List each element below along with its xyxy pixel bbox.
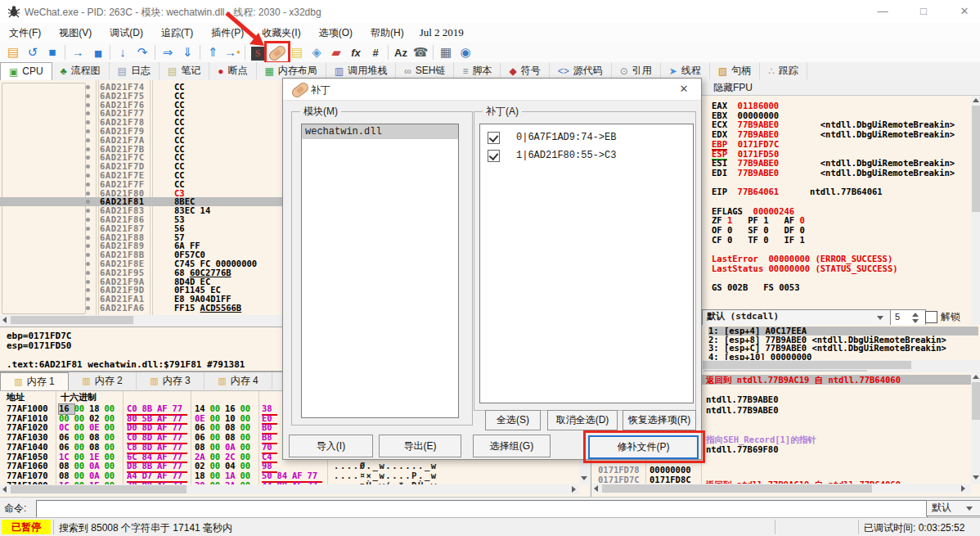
dump-byte[interactable]: 1A — [225, 471, 241, 481]
dump-byte[interactable]: 00 — [105, 471, 120, 481]
dump-byte[interactable]: 84 — [277, 471, 293, 481]
breakpoint-dot-icon[interactable] — [86, 120, 90, 124]
breakpoint-dot-icon[interactable] — [86, 262, 90, 266]
run-icon[interactable]: → — [68, 44, 88, 61]
dump-byte[interactable]: 00 — [241, 443, 256, 453]
select-all-button[interactable]: 全选(S) — [485, 410, 541, 430]
tab-笔记[interactable]: ▤笔记 — [160, 62, 209, 79]
tab-断点[interactable]: ●断点 — [209, 62, 256, 79]
dump-byte[interactable]: 00 — [74, 471, 90, 481]
dump-byte[interactable]: 38 — [262, 404, 277, 414]
breakpoint-dot-icon[interactable] — [86, 191, 90, 196]
menu-item[interactable]: 文件(F) — [0, 23, 50, 43]
dump-byte[interactable]: 14 — [195, 404, 210, 414]
dump-byte[interactable]: 00 — [241, 471, 256, 481]
memory-tab[interactable]: ▥内存 4 — [205, 372, 272, 390]
patch-checkbox[interactable] — [488, 132, 500, 144]
tab-源代码[interactable]: <>源代码 — [550, 62, 612, 79]
breakpoint-dot-icon[interactable] — [86, 200, 90, 204]
function-icon[interactable]: fx — [346, 44, 366, 61]
argument-row[interactable]: 4: [esp+10] 00000000 — [708, 353, 978, 360]
menu-item[interactable]: 调试(D) — [101, 23, 152, 43]
dump-byte[interactable]: 00 — [105, 404, 120, 414]
breakpoint-dot-icon[interactable] — [86, 111, 90, 115]
breakpoint-dot-icon[interactable] — [86, 94, 90, 98]
bookmarks-icon[interactable]: ▰ — [326, 44, 346, 61]
dump-byte[interactable]: 8B — [142, 404, 158, 414]
maximize-button[interactable]: □ — [910, 3, 937, 20]
patch-dialog-titlebar[interactable]: 补丁 ✕ — [283, 79, 701, 101]
register-line[interactable]: EDI 77B9ABE0 <ntdll.DbgUiRemoteBreakin> — [712, 169, 970, 178]
arguments-pane[interactable]: 1: [esp+4] A0C17EEA2: [esp+8] 77B9ABE0 <… — [701, 325, 980, 360]
dump-row[interactable]: 77AF107008000A00A4D7AF7718001A005084AF77… — [0, 471, 589, 481]
step-over-icon[interactable]: ↷ — [133, 44, 152, 61]
register-line[interactable]: GS 002B FS 0053 — [712, 283, 970, 293]
breakpoint-dot-icon[interactable] — [86, 244, 90, 248]
select-group-button[interactable]: 选择组(G) — [473, 435, 551, 457]
dump-hscrollbar[interactable] — [0, 484, 579, 494]
menu-item[interactable]: 帮助(H) — [362, 23, 413, 43]
dump-byte[interactable]: 00 — [210, 404, 226, 414]
register-line[interactable]: CF 0 TF 0 IF 1 — [712, 236, 970, 245]
breakpoint-dot-icon[interactable] — [86, 85, 90, 89]
modules-list[interactable]: wechatwin.dll — [301, 124, 459, 418]
dump-byte[interactable]: 77 — [173, 471, 188, 481]
tab-句柄[interactable]: ▧句柄 — [710, 62, 760, 79]
dump-byte[interactable]: 08 — [195, 443, 210, 453]
breakpoint-dot-icon[interactable] — [86, 155, 90, 160]
dump-byte[interactable]: 77 — [308, 471, 323, 481]
step-out-icon[interactable]: ⇓ — [178, 44, 197, 61]
dump-byte[interactable]: 08 — [59, 471, 74, 481]
dump-byte[interactable]: 77 — [173, 404, 188, 414]
open-file-icon[interactable]: ▤ — [3, 44, 23, 61]
dump-byte[interactable]: A4 — [127, 471, 142, 481]
tab-脚本[interactable]: ≡脚本 — [454, 62, 501, 79]
deselect-all-button[interactable]: 取消全选(D) — [547, 410, 618, 430]
dump-byte[interactable]: C0 — [127, 404, 142, 414]
breakpoint-dot-icon[interactable] — [86, 138, 90, 142]
stop-icon[interactable]: ■ — [43, 44, 62, 61]
dump-byte[interactable]: 06 — [59, 443, 74, 453]
tab-日志[interactable]: ▤日志 — [110, 62, 160, 79]
patch-checkbox[interactable] — [488, 150, 500, 162]
dump-byte[interactable]: AF — [157, 443, 173, 453]
dump-byte[interactable]: 16 — [225, 404, 241, 414]
breakpoint-dot-icon[interactable] — [86, 182, 90, 187]
breakpoint-dot-icon[interactable] — [86, 218, 90, 222]
stack-hscrollbar[interactable] — [591, 484, 971, 493]
phone-icon[interactable]: ☎ — [411, 44, 430, 61]
breakpoint-dot-icon[interactable] — [86, 271, 90, 275]
step-into-icon[interactable]: ↓ — [113, 44, 133, 61]
patch-list-item[interactable]: 1|6AD21F80:55->C3 — [480, 147, 693, 164]
breakpoint-dot-icon[interactable] — [86, 306, 90, 310]
export-button[interactable]: 导出(E) — [379, 435, 461, 457]
dump-byte[interactable]: 00 — [74, 443, 90, 453]
patch-list-item[interactable]: 0|6A7F1AD9:74->EB — [480, 129, 693, 146]
dump-byte[interactable]: 08 — [89, 443, 105, 453]
dump-byte[interactable]: 00 — [105, 443, 120, 453]
breakpoint-dot-icon[interactable] — [86, 288, 90, 292]
globe-icon[interactable]: ◉ — [456, 44, 475, 61]
tab-流程图[interactable]: ♣流程图 — [52, 62, 110, 79]
close-icon[interactable]: ✕ — [676, 83, 692, 96]
dump-byte[interactable]: 00 — [241, 404, 256, 414]
breakpoint-dot-icon[interactable] — [86, 147, 90, 151]
dump-byte[interactable]: 0A — [225, 443, 241, 453]
tab-跟踪[interactable]: ∴跟踪 — [760, 62, 807, 79]
close-button[interactable]: ✕ — [951, 3, 978, 20]
hide-fpu-button[interactable]: 隐藏FPU — [702, 80, 980, 96]
breakpoint-dot-icon[interactable] — [86, 209, 90, 213]
memory-tab[interactable]: ▥内存 3 — [137, 372, 205, 390]
memory-tab[interactable]: ▥内存 2 — [69, 372, 137, 390]
dump-byte[interactable]: 70 — [262, 443, 277, 453]
dump-byte[interactable]: 0A — [89, 471, 105, 481]
dump-byte[interactable]: 77 — [173, 443, 188, 453]
execute-till-return-icon[interactable]: ⇑ — [203, 44, 223, 61]
tab-调用堆栈[interactable]: ▥调用堆栈 — [326, 62, 396, 79]
labels-icon[interactable]: ◈ — [307, 44, 326, 61]
dump-byte[interactable]: 50 — [262, 471, 277, 481]
register-line[interactable]: EIP 77B64061 ntdll.77B64061 — [712, 187, 970, 197]
stack-vscrollbar[interactable] — [971, 372, 980, 484]
arg-depth-spinner[interactable]: 5 — [890, 309, 926, 326]
breakpoint-dot-icon[interactable] — [86, 129, 90, 133]
